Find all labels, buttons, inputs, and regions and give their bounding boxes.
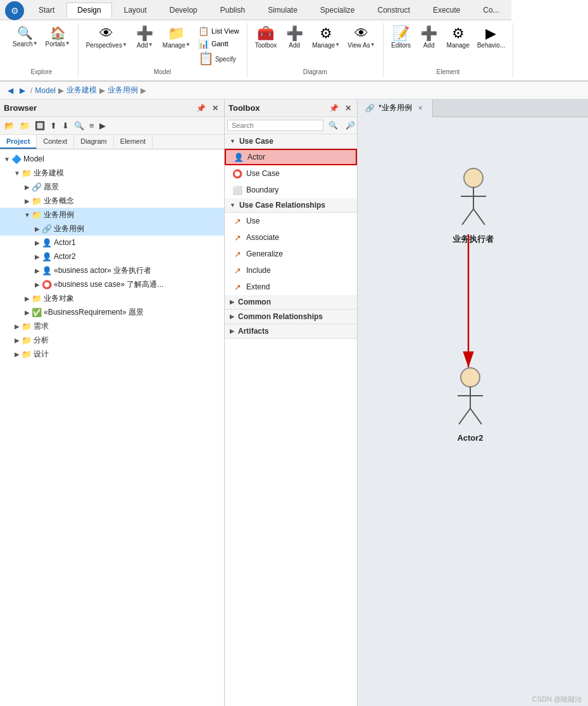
tree-item-12[interactable]: ▶📁需求 xyxy=(0,319,224,333)
actor1-figure[interactable]: 业务执行者 xyxy=(453,168,494,245)
breadcrumb-model[interactable]: Model xyxy=(35,86,56,95)
toolbox-item-1-1[interactable]: ↗Associate xyxy=(225,229,357,246)
diagram-canvas[interactable]: 业务执行者 xyxy=(358,117,588,706)
tree-item-8[interactable]: ▶👤«business actor» 业务执行者 xyxy=(0,263,224,277)
nav-fwd-btn[interactable]: ▶ xyxy=(17,85,28,96)
search-ribbon-btn[interactable]: 🔍 Search ▼ xyxy=(10,25,41,49)
toolbox-item-1-4[interactable]: ↗Extend xyxy=(225,279,357,295)
toolbox-close-btn[interactable]: ✕ xyxy=(343,103,353,113)
listview-ribbon-btn[interactable]: 📋 List View xyxy=(196,25,242,37)
ribbon-tab-publish[interactable]: Publish xyxy=(210,3,256,17)
tree-item-1[interactable]: ▼📁业务建模 xyxy=(0,166,224,180)
tree-item-13[interactable]: ▶📁分析 xyxy=(0,333,224,347)
behavior-ribbon-btn[interactable]: ▶ Behavio... xyxy=(475,25,508,50)
toolbox-item-0-2[interactable]: ⬜Boundary xyxy=(225,182,357,198)
specify-ribbon-btn[interactable]: 📋 Specify xyxy=(196,51,242,66)
tree-toggle-13[interactable]: ▶ xyxy=(13,337,22,344)
tree-item-11[interactable]: ▶✅«BusinessRequirement» 愿景 xyxy=(0,305,224,319)
tree-toggle-11[interactable]: ▶ xyxy=(23,309,32,316)
toolbox-ribbon-btn[interactable]: 🧰 Toolbox xyxy=(253,25,279,50)
new-folder-btn[interactable]: 📁 xyxy=(18,120,32,132)
tree-item-10[interactable]: ▶📁业务对象 xyxy=(0,291,224,305)
tree-toggle-10[interactable]: ▶ xyxy=(23,295,32,302)
viewas-ribbon-btn[interactable]: 👁 View As ▼ xyxy=(345,25,377,50)
tab-context[interactable]: Context xyxy=(37,135,74,149)
tab-element[interactable]: Element xyxy=(114,135,153,149)
browser-menu-btn[interactable]: ≡ xyxy=(87,120,96,132)
tree-item-3[interactable]: ▶📁业务概念 xyxy=(0,194,224,208)
toolbox-header-controls: 📌 ✕ xyxy=(327,103,353,113)
ribbon-tab-develop[interactable]: Develop xyxy=(159,3,208,17)
toolbox-item-1-3[interactable]: ↗Include xyxy=(225,262,357,279)
toolbox-search-icon[interactable]: 🔍 xyxy=(326,120,341,131)
ribbon-tab-execute[interactable]: Execute xyxy=(422,3,471,17)
toolbox-item-1-2[interactable]: ↗Generalize xyxy=(225,246,357,262)
breadcrumb-bizmodel[interactable]: 业务建模 xyxy=(66,85,97,96)
toolbox-section-header-3[interactable]: ▶Common Relationships xyxy=(225,310,357,324)
ribbon-tab-construct[interactable]: Construct xyxy=(367,3,421,17)
tree-toggle-12[interactable]: ▶ xyxy=(13,323,22,330)
toolbox-section-header-2[interactable]: ▶Common xyxy=(225,295,357,310)
grid-btn[interactable]: 🔲 xyxy=(33,120,47,132)
ribbon-tab-design[interactable]: Design xyxy=(66,3,111,18)
toolbox-search-config-icon[interactable]: 🔎 xyxy=(343,120,358,131)
gantt-ribbon-btn[interactable]: 📊 Gantt xyxy=(196,38,242,49)
tree-toggle-8[interactable]: ▶ xyxy=(33,267,42,274)
ribbon-tab-co...[interactable]: Co... xyxy=(472,3,510,17)
tree-item-2[interactable]: ▶🔗愿景 xyxy=(0,180,224,194)
toolbox-search-input[interactable] xyxy=(227,120,323,131)
tree-item-14[interactable]: ▶📁设计 xyxy=(0,347,224,361)
toolbox-section-header-0[interactable]: ▼Use Case xyxy=(225,134,357,149)
tree-toggle-9[interactable]: ▶ xyxy=(33,281,42,288)
browser-pin-btn[interactable]: 📌 xyxy=(194,103,208,113)
browser-expand-btn[interactable]: ▶ xyxy=(97,120,108,132)
tree-item-6[interactable]: ▶👤Actor1 xyxy=(0,236,224,249)
manage-diagram-ribbon-btn[interactable]: ⚙ Manage ▼ xyxy=(310,25,342,50)
actor2-figure[interactable]: Actor2 xyxy=(451,367,489,443)
portals-ribbon-btn[interactable]: 🏠 Portals ▼ xyxy=(43,25,73,49)
ribbon-tab-specialize[interactable]: Specialize xyxy=(310,3,366,17)
tree-toggle-6[interactable]: ▶ xyxy=(33,239,42,246)
nav-back-btn[interactable]: ◀ xyxy=(5,85,16,96)
toolbox-section-header-4[interactable]: ▶Artifacts xyxy=(225,324,357,339)
toolbox-item-1-0[interactable]: ↗Use xyxy=(225,213,357,229)
tree-toggle-7[interactable]: ▶ xyxy=(33,253,42,260)
toolbox-pin-btn[interactable]: 📌 xyxy=(327,103,341,113)
toolbox-section-header-1[interactable]: ▼Use Case Relationships xyxy=(225,198,357,213)
tree-item-4[interactable]: ▼📁业务用例 xyxy=(0,208,224,222)
tree-toggle-5[interactable]: ▶ xyxy=(33,225,42,232)
add-diagram-ribbon-btn[interactable]: ➕ Add xyxy=(282,25,307,50)
tab-diagram[interactable]: Diagram xyxy=(74,135,114,149)
manage-element-ribbon-btn[interactable]: ⚙ Manage xyxy=(444,25,472,50)
open-folder-btn[interactable]: 📂 xyxy=(3,120,16,132)
manage-model-ribbon-btn[interactable]: 📁 Manage ▼ xyxy=(160,25,193,50)
tree-toggle-4[interactable]: ▼ xyxy=(23,211,32,218)
tree-toggle-1[interactable]: ▼ xyxy=(13,170,22,177)
tree-item-5[interactable]: ▶🔗业务用例 xyxy=(0,222,224,236)
ribbon-tab-simulate[interactable]: Simulate xyxy=(257,3,308,17)
tree-item-0[interactable]: ▼🔷Model xyxy=(0,152,224,166)
tree-toggle-3[interactable]: ▶ xyxy=(23,198,32,205)
diagram-tab-bizcase[interactable]: 🔗 *业务用例 ✕ xyxy=(358,99,433,117)
app-logo[interactable]: ⚙ xyxy=(5,1,24,20)
toolbox-item-0-0[interactable]: 👤Actor xyxy=(225,149,357,165)
tree-item-7[interactable]: ▶👤Actor2 xyxy=(0,249,224,263)
browser-close-btn[interactable]: ✕ xyxy=(210,103,220,113)
perspectives-ribbon-btn[interactable]: 👁 Perspectives ▼ xyxy=(84,25,130,50)
add-element-ribbon-btn[interactable]: ➕ Add xyxy=(416,25,442,50)
move-down-btn[interactable]: ⬇ xyxy=(60,120,71,132)
toolbox-item-0-1[interactable]: ⭕Use Case xyxy=(225,165,357,182)
tree-toggle-14[interactable]: ▶ xyxy=(13,351,22,358)
ribbon-tab-layout[interactable]: Layout xyxy=(113,3,158,17)
move-up-btn[interactable]: ⬆ xyxy=(48,120,59,132)
tree-toggle-0[interactable]: ▼ xyxy=(3,156,11,163)
browser-search-btn[interactable]: 🔍 xyxy=(72,120,86,132)
breadcrumb-bizcase[interactable]: 业务用例 xyxy=(108,85,138,96)
editors-ribbon-btn[interactable]: 📝 Editors xyxy=(389,25,414,50)
add-model-ribbon-btn[interactable]: ➕ Add ▼ xyxy=(132,25,158,50)
tree-item-9[interactable]: ▶⭕«business use case» 了解高通... xyxy=(0,277,224,291)
ribbon-tab-start[interactable]: Start xyxy=(28,3,65,17)
tree-toggle-2[interactable]: ▶ xyxy=(23,184,32,191)
diagram-tab-close-btn[interactable]: ✕ xyxy=(416,104,425,112)
tab-project[interactable]: Project xyxy=(0,135,37,149)
